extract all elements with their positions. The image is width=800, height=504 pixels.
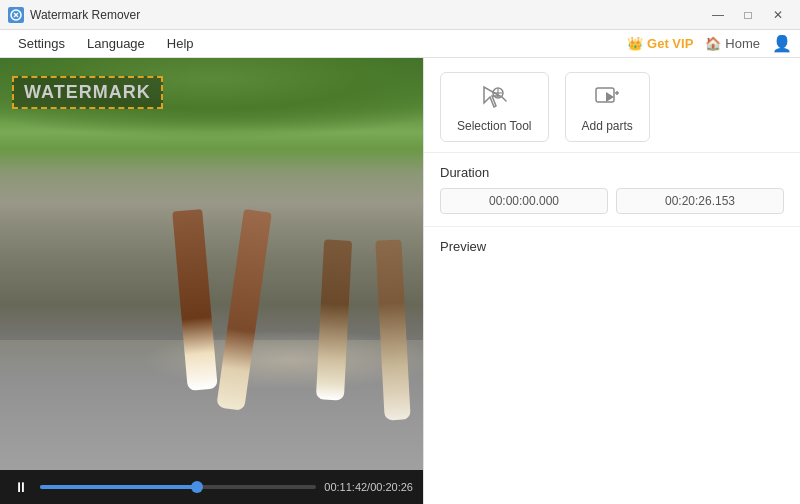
vip-label: Get VIP xyxy=(647,36,693,51)
preview-label: Preview xyxy=(440,239,784,254)
user-icon: 👤 xyxy=(772,35,792,52)
duration-end-input[interactable] xyxy=(616,188,784,214)
video-preview[interactable]: WATERMARK xyxy=(0,58,423,470)
preview-section: Preview xyxy=(424,227,800,504)
app-icon xyxy=(8,7,24,23)
play-icon: ⏸ xyxy=(14,479,28,495)
add-parts-icon xyxy=(591,81,623,113)
time-display: 00:11:42/00:20:26 xyxy=(324,481,413,493)
selection-tool-button[interactable]: Selection Tool xyxy=(440,72,549,142)
menu-right: 👑 Get VIP 🏠 Home 👤 xyxy=(627,34,792,53)
window-controls: — □ ✕ xyxy=(704,4,792,26)
app-title: Watermark Remover xyxy=(30,8,140,22)
tools-row: Selection Tool Add parts xyxy=(440,72,784,142)
title-bar-left: Watermark Remover xyxy=(8,7,140,23)
add-parts-button[interactable]: Add parts xyxy=(565,72,650,142)
duration-label: Duration xyxy=(440,165,784,180)
close-button[interactable]: ✕ xyxy=(764,4,792,26)
menu-help[interactable]: Help xyxy=(157,34,204,53)
progress-dot xyxy=(191,481,203,493)
tools-section: Selection Tool Add parts xyxy=(424,58,800,153)
selection-tool-icon xyxy=(478,81,510,113)
video-controls: ⏸ 00:11:42/00:20:26 xyxy=(0,470,423,504)
watermark-selection-box[interactable]: WATERMARK xyxy=(12,76,163,109)
menu-language[interactable]: Language xyxy=(77,34,155,53)
title-bar: Watermark Remover — □ ✕ xyxy=(0,0,800,30)
crown-icon: 👑 xyxy=(627,36,643,51)
add-parts-label: Add parts xyxy=(582,119,633,133)
duration-start-input[interactable] xyxy=(440,188,608,214)
right-panel: Selection Tool Add parts D xyxy=(423,58,800,504)
get-vip-button[interactable]: 👑 Get VIP xyxy=(627,36,693,51)
duration-inputs xyxy=(440,188,784,214)
home-icon: 🏠 xyxy=(705,36,721,51)
home-button[interactable]: 🏠 Home xyxy=(705,36,760,51)
minimize-button[interactable]: — xyxy=(704,4,732,26)
selection-tool-label: Selection Tool xyxy=(457,119,532,133)
menu-settings[interactable]: Settings xyxy=(8,34,75,53)
video-panel: WATERMARK ⏸ 00:11:42/00:20:26 xyxy=(0,58,423,504)
progress-bar[interactable] xyxy=(40,485,316,489)
user-button[interactable]: 👤 xyxy=(772,34,792,53)
watermark-text: WATERMARK xyxy=(24,82,151,102)
maximize-button[interactable]: □ xyxy=(734,4,762,26)
duration-section: Duration xyxy=(424,153,800,227)
svg-marker-5 xyxy=(606,92,614,102)
menu-bar: Settings Language Help 👑 Get VIP 🏠 Home … xyxy=(0,30,800,58)
home-label: Home xyxy=(725,36,760,51)
progress-fill xyxy=(40,485,197,489)
play-pause-button[interactable]: ⏸ xyxy=(10,479,32,495)
svg-rect-4 xyxy=(596,88,614,102)
menu-items: Settings Language Help xyxy=(8,34,204,53)
main-content: WATERMARK ⏸ 00:11:42/00:20:26 xyxy=(0,58,800,504)
